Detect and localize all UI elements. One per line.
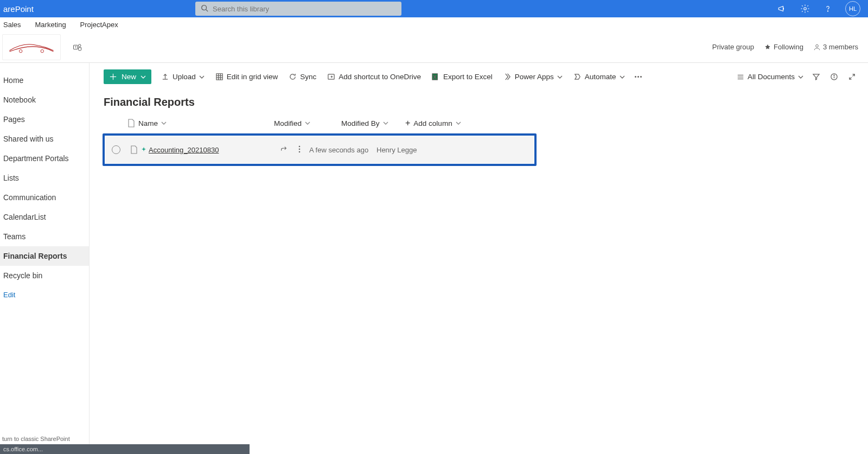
- left-nav: Home Notebook Pages Shared with us Depar…: [0, 63, 90, 454]
- svg-point-5: [41, 49, 43, 52]
- row-select[interactable]: [105, 145, 127, 154]
- share-icon[interactable]: [280, 145, 288, 155]
- svg-point-8: [79, 44, 81, 47]
- chevron-down-icon: [141, 74, 146, 80]
- svg-point-3: [827, 11, 828, 11]
- row-more-icon[interactable]: [298, 145, 301, 155]
- nav-shared[interactable]: Shared with us: [0, 129, 89, 149]
- hub-link-projectapex[interactable]: ProjectApex: [80, 21, 118, 29]
- col-name[interactable]: Name: [138, 119, 274, 127]
- col-add-label: Add column: [413, 119, 452, 127]
- site-logo[interactable]: [2, 34, 61, 60]
- nav-pages[interactable]: Pages: [0, 110, 89, 129]
- nav-lists[interactable]: Lists: [0, 168, 89, 188]
- members-label: 3 members: [823, 43, 858, 51]
- privacy-label: Private group: [712, 43, 754, 51]
- export-excel-button[interactable]: X Export to Excel: [431, 71, 494, 83]
- powerapps-label: Power Apps: [515, 73, 554, 81]
- nav-teams[interactable]: Teams: [0, 227, 89, 246]
- nav-recycle[interactable]: Recycle bin: [0, 266, 89, 285]
- person-icon: [813, 43, 821, 51]
- svg-rect-12: [216, 74, 222, 80]
- search-input[interactable]: [213, 5, 396, 13]
- col-modified-label: Modified: [274, 119, 302, 127]
- view-label: All Documents: [748, 73, 795, 81]
- main: New Upload Edit in grid view Sync Add sh…: [90, 63, 868, 454]
- col-type-icon[interactable]: [124, 119, 138, 127]
- megaphone-icon[interactable]: [777, 3, 788, 14]
- onedrive-shortcut-label: Add shortcut to OneDrive: [339, 73, 421, 81]
- export-excel-label: Export to Excel: [443, 73, 493, 81]
- nav-comm[interactable]: Communication: [0, 188, 89, 207]
- highlighted-row: Accounting_20210830 A few seconds ago He…: [103, 133, 537, 166]
- link-icon: [327, 73, 335, 81]
- members-button[interactable]: 3 members: [813, 43, 858, 51]
- onedrive-shortcut-button[interactable]: Add shortcut to OneDrive: [326, 71, 422, 83]
- edit-grid-label: Edit in grid view: [227, 73, 278, 81]
- info-icon: [830, 73, 838, 81]
- chevron-down-icon: [383, 120, 388, 126]
- command-bar: New Upload Edit in grid view Sync Add sh…: [90, 68, 868, 88]
- app-name: arePoint: [0, 4, 98, 14]
- upload-label: Upload: [173, 73, 196, 81]
- following-button[interactable]: Following: [764, 43, 803, 51]
- powerapps-button[interactable]: Power Apps: [502, 71, 564, 83]
- nav-dept[interactable]: Department Portals: [0, 149, 89, 168]
- return-classic[interactable]: turn to classic SharePoint: [0, 433, 89, 444]
- nav-calendar[interactable]: CalendarList: [0, 207, 89, 227]
- file-type-icon: [127, 145, 141, 154]
- svg-text:X: X: [433, 74, 437, 80]
- new-badge-icon: [141, 147, 146, 152]
- following-label: Following: [774, 43, 803, 51]
- svg-point-29: [299, 148, 301, 150]
- row-modified: A few seconds ago: [309, 146, 376, 154]
- hub-link-sales[interactable]: Sales: [3, 21, 21, 29]
- user-avatar[interactable]: HL: [845, 1, 860, 16]
- new-button[interactable]: New: [104, 69, 151, 84]
- gear-icon[interactable]: [800, 3, 810, 14]
- col-modified[interactable]: Modified: [274, 119, 341, 127]
- list-header: Name Modified Modified By + Add column: [103, 115, 864, 131]
- col-add[interactable]: + Add column: [405, 118, 487, 128]
- filter-button[interactable]: [811, 71, 821, 83]
- nav-home[interactable]: Home: [0, 71, 89, 90]
- svg-point-27: [834, 75, 834, 75]
- svg-line-1: [206, 9, 208, 11]
- col-modified-by[interactable]: Modified By: [341, 119, 405, 127]
- view-selector[interactable]: All Documents: [737, 73, 803, 81]
- col-modified-by-label: Modified By: [341, 119, 380, 127]
- expand-icon: [848, 73, 856, 81]
- powerapps-icon: [503, 73, 512, 81]
- chevron-down-icon: [161, 120, 167, 126]
- svg-point-2: [804, 8, 807, 10]
- overflow-button[interactable]: [635, 76, 642, 78]
- edit-grid-button[interactable]: Edit in grid view: [214, 71, 279, 83]
- svg-point-30: [299, 151, 301, 152]
- nav-edit[interactable]: Edit: [0, 285, 89, 304]
- info-button[interactable]: [829, 71, 839, 83]
- suite-bar: arePoint HL: [0, 0, 868, 17]
- svg-text:T: T: [74, 46, 76, 49]
- hub-nav: Sales Marketing ProjectApex: [0, 17, 868, 31]
- nav-notebook[interactable]: Notebook: [0, 90, 89, 110]
- help-icon[interactable]: [822, 3, 833, 14]
- teams-icon[interactable]: T: [73, 42, 82, 52]
- sync-icon: [289, 73, 297, 81]
- expand-button[interactable]: [847, 71, 857, 83]
- search-icon: [201, 4, 208, 14]
- chevron-down-icon: [199, 74, 205, 80]
- table-row[interactable]: Accounting_20210830 A few seconds ago He…: [105, 136, 534, 163]
- automate-label: Automate: [585, 73, 616, 81]
- excel-icon: X: [432, 73, 440, 81]
- file-name-link[interactable]: Accounting_20210830: [149, 146, 219, 154]
- hub-link-marketing[interactable]: Marketing: [35, 21, 66, 29]
- automate-button[interactable]: Automate: [572, 71, 626, 83]
- sync-button[interactable]: Sync: [288, 71, 317, 83]
- new-label: New: [122, 73, 136, 81]
- sync-label: Sync: [300, 73, 316, 81]
- nav-financial-reports[interactable]: Financial Reports: [0, 246, 89, 266]
- document-list: Name Modified Modified By + Add column: [90, 115, 868, 166]
- search-box[interactable]: [195, 2, 401, 16]
- upload-button[interactable]: Upload: [160, 71, 206, 83]
- suite-right: HL: [777, 1, 868, 16]
